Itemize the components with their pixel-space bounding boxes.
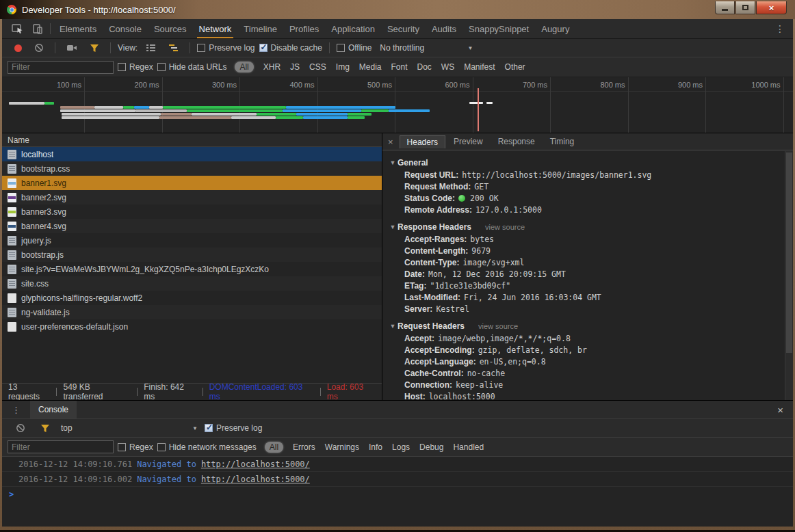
console-close-button[interactable]: × xyxy=(768,401,793,418)
header-value: Fri, 24 Jun 2016 16:03:04 GMT xyxy=(464,293,601,302)
resource-type-js[interactable]: JS xyxy=(290,62,300,72)
dom-content-loaded-time: DOMContentLoaded: 603 ms xyxy=(209,382,314,401)
console-level-debug[interactable]: Debug xyxy=(419,442,443,452)
resource-type-font[interactable]: Font xyxy=(391,62,408,72)
console-level-warnings[interactable]: Warnings xyxy=(325,442,359,452)
resource-type-manifest[interactable]: Manifest xyxy=(464,62,495,72)
resource-type-css[interactable]: CSS xyxy=(309,62,326,72)
device-toolbar-button[interactable] xyxy=(28,19,47,38)
tab-application[interactable]: Application xyxy=(325,19,381,38)
tab-snappysnippet[interactable]: SnappySnippet xyxy=(462,19,535,38)
request-row[interactable]: bootstrap.js xyxy=(2,248,382,262)
request-row[interactable]: banner3.svg xyxy=(2,204,382,219)
console-level-errors[interactable]: Errors xyxy=(293,442,315,452)
console-filter-input[interactable] xyxy=(8,440,114,453)
scrollbar-thumb[interactable] xyxy=(786,152,792,353)
console-level-info[interactable]: Info xyxy=(369,442,382,452)
main-menu-button[interactable]: ⋮ xyxy=(767,19,793,38)
tab-audits[interactable]: Audits xyxy=(426,19,462,38)
details-tab-preview[interactable]: Preview xyxy=(447,135,490,148)
network-filter-input[interactable] xyxy=(8,61,114,74)
console-level-logs[interactable]: Logs xyxy=(392,442,410,452)
tab-profiles[interactable]: Profiles xyxy=(283,19,325,38)
request-row[interactable]: bootstrap.css xyxy=(2,161,382,176)
network-filter-toggle-button[interactable] xyxy=(86,44,103,53)
console-filter-bar: Regex Hide network messages AllErrorsWar… xyxy=(2,438,793,457)
tab-timeline[interactable]: Timeline xyxy=(237,19,283,38)
resource-type-img[interactable]: Img xyxy=(336,62,350,72)
maximize-button[interactable] xyxy=(735,1,755,14)
tab-sources[interactable]: Sources xyxy=(148,19,193,38)
request-row[interactable]: banner4.svg xyxy=(2,219,382,233)
section-header[interactable]: ▼Response Headersview source xyxy=(388,220,781,233)
capture-screenshots-button[interactable] xyxy=(62,44,81,52)
clear-button[interactable] xyxy=(30,43,48,53)
tab-console[interactable]: Console xyxy=(103,19,148,38)
title-bar[interactable]: Developer Tools - http://localhost:5000/… xyxy=(0,0,795,19)
view-list-button[interactable] xyxy=(142,43,160,53)
throttling-value: No throttling xyxy=(380,43,424,53)
preserve-log-checkbox[interactable] xyxy=(197,44,205,52)
console-level-all[interactable]: All xyxy=(265,442,283,453)
details-tab-response[interactable]: Response xyxy=(491,135,542,148)
details-close-button[interactable]: × xyxy=(382,137,399,147)
section-header[interactable]: ▼Request Headersview source xyxy=(388,319,781,332)
tab-network[interactable]: Network xyxy=(193,19,238,38)
hide-network-messages-checkbox[interactable] xyxy=(157,443,166,451)
request-row[interactable]: banner1.svg xyxy=(2,176,382,190)
context-value: top xyxy=(61,423,73,433)
timeline-gridline xyxy=(395,77,395,133)
execution-context-dropdown[interactable]: top ▼ xyxy=(61,423,198,433)
details-scrollbar[interactable] xyxy=(785,151,793,400)
log-link[interactable]: http://localhost:5000/ xyxy=(201,460,310,469)
request-row[interactable]: banner2.svg xyxy=(2,190,382,204)
details-tab-timing[interactable]: Timing xyxy=(543,135,582,148)
drawer-menu-button[interactable]: ⋮ xyxy=(2,401,30,418)
request-row[interactable]: glyphicons-halflings-regular.woff2 xyxy=(2,291,382,305)
log-link[interactable]: http://localhost:5000/ xyxy=(201,475,310,484)
disable-cache-checkbox[interactable] xyxy=(259,44,268,52)
resource-type-doc[interactable]: Doc xyxy=(417,62,432,72)
tab-security[interactable]: Security xyxy=(381,19,426,38)
request-row[interactable]: jquery.js xyxy=(2,233,382,248)
offline-checkbox[interactable] xyxy=(337,44,345,52)
tab-elements[interactable]: Elements xyxy=(53,19,103,38)
request-row[interactable]: user-preferences-default.json xyxy=(2,319,382,334)
regex-checkbox[interactable] xyxy=(118,63,126,71)
throttling-dropdown[interactable]: No throttling ▼ xyxy=(376,43,477,53)
disclosure-triangle-icon[interactable]: ▼ xyxy=(388,323,398,330)
resource-type-other[interactable]: Other xyxy=(505,62,525,72)
tab-console[interactable]: Console xyxy=(30,401,77,418)
table-header[interactable]: Name xyxy=(2,133,382,147)
console-regex-checkbox[interactable] xyxy=(118,443,126,451)
disclosure-triangle-icon[interactable]: ▼ xyxy=(388,224,398,230)
resource-type-media[interactable]: Media xyxy=(359,62,382,72)
console-filter-toggle-button[interactable] xyxy=(36,424,54,433)
console-prompt-row[interactable]: > xyxy=(2,487,793,502)
request-row[interactable]: site.css xyxy=(2,276,382,291)
request-row[interactable]: ng-validate.js xyxy=(2,305,382,319)
separator xyxy=(56,388,57,396)
request-row[interactable]: site.js?v=EWaMeWsJBYWmL2g_KkgXZQ5nPe-a3I… xyxy=(2,262,382,276)
view-source-link[interactable]: view source xyxy=(478,322,518,330)
request-row[interactable]: localhost xyxy=(2,147,382,161)
record-button[interactable] xyxy=(10,44,26,52)
minimize-button[interactable] xyxy=(715,1,735,14)
close-button[interactable]: × xyxy=(756,1,787,14)
hide-data-urls-checkbox[interactable] xyxy=(157,63,166,71)
resource-type-ws[interactable]: WS xyxy=(441,62,454,72)
console-preserve-log-checkbox[interactable] xyxy=(205,424,213,432)
resource-type-all[interactable]: All xyxy=(235,62,253,72)
header-item: ETag:"1d1ce31e3bd09cf" xyxy=(388,280,781,291)
view-waterfall-button[interactable] xyxy=(164,43,183,53)
console-level-handled[interactable]: Handled xyxy=(453,442,484,452)
section-header[interactable]: ▼General xyxy=(388,156,781,169)
console-clear-button[interactable] xyxy=(12,423,29,433)
view-source-link[interactable]: view source xyxy=(485,223,525,231)
overview-area[interactable]: 100 ms200 ms300 ms400 ms500 ms600 ms700 … xyxy=(2,77,793,133)
details-tab-headers[interactable]: Headers xyxy=(400,135,445,148)
inspect-element-button[interactable] xyxy=(8,19,28,38)
resource-type-xhr[interactable]: XHR xyxy=(263,62,281,72)
disclosure-triangle-icon[interactable]: ▼ xyxy=(388,159,398,166)
tab-augury[interactable]: Augury xyxy=(535,19,575,38)
